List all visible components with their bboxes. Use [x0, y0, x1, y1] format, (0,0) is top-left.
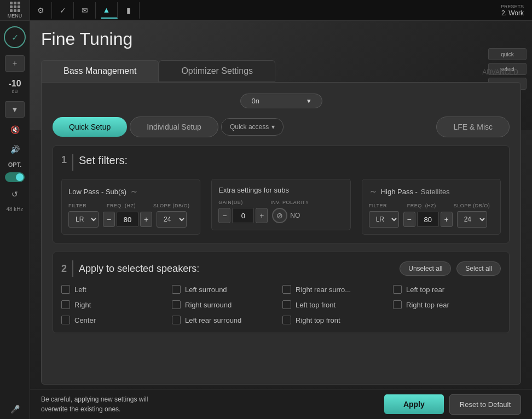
speakers-grid: Left Left surround Right rear surro... L… [61, 285, 501, 324]
hp-freq-label: FREQ. (hz) [407, 203, 446, 208]
low-pass-controls: LR − 80 + 24 [68, 211, 193, 228]
extra-subs-title: Extra settings for subs [218, 186, 343, 194]
top-bar: MENU ⚙ ✓ ✉ ▲ ▮ PRESETS 2. Work [0, 0, 532, 21]
speaker-left: Left [61, 285, 169, 294]
speaker-right-top-rear-checkbox[interactable] [393, 300, 402, 309]
tab-bass-management[interactable]: Bass Management [41, 60, 159, 82]
menu-dots-icon [10, 2, 20, 12]
speaker-right-top-front-label: Right top front [296, 316, 340, 324]
mic-icon[interactable]: 🎤 [10, 405, 20, 414]
speaker-icon[interactable]: 🔊 [5, 142, 25, 157]
mute-icon[interactable]: 🔇 [5, 122, 25, 137]
low-pass-freq-plus[interactable]: + [140, 212, 152, 227]
quick-access-chevron-icon: ▾ [271, 123, 275, 131]
speaker-left-top-rear-checkbox[interactable] [393, 285, 402, 294]
low-pass-title: Low Pass - Sub(s) ～ [68, 186, 193, 197]
reset-button[interactable]: Reset to Default [449, 394, 521, 415]
low-pass-labels: FILTER FREQ. (hz) SLOPE (dB/o) [68, 203, 193, 208]
lfe-misc-button[interactable]: LFE & Misc [436, 117, 510, 137]
speaker-right-rear-surround-label: Right rear surro... [296, 286, 351, 294]
section-1-title: Set filters: [79, 154, 128, 167]
unselect-all-button[interactable]: Unselect all [400, 261, 451, 276]
volume-down-button[interactable]: ▼ [5, 101, 25, 118]
gain-value: 0 [232, 208, 254, 223]
low-pass-filter-select[interactable]: LR [68, 211, 99, 228]
sample-rate: 48 kHz [6, 206, 23, 212]
low-pass-label: Low Pass - Sub(s) [68, 188, 126, 196]
speaker-right-surround: Right surround [172, 300, 280, 309]
individual-setup-button[interactable]: Individual Setup [130, 117, 218, 137]
settings-icon[interactable]: ⚙ [36, 2, 52, 19]
low-pass-slope-select[interactable]: 24 [157, 211, 187, 228]
left-sidebar: ✓ ＋ -10 dB ▼ 🔇 🔊 OPT. ↺ 48 kHz 🎤 [0, 21, 30, 419]
speaker-left-checkbox[interactable] [61, 285, 70, 294]
quick-access-label: Quick access [230, 123, 269, 131]
speaker-right-rear-surround: Right rear surro... [282, 285, 390, 294]
speaker-right: Right [61, 300, 169, 309]
polarity-circle-icon[interactable]: ⊘ [272, 208, 287, 223]
speaker-right-checkbox[interactable] [61, 300, 70, 309]
high-pass-filter-select[interactable]: LR [369, 211, 399, 228]
quick-setup-button[interactable]: Quick Setup [53, 117, 127, 137]
check-icon[interactable]: ✓ [57, 2, 74, 19]
high-pass-freq-plus[interactable]: + [441, 212, 453, 227]
high-pass-labels: FILTER FREQ. (hz) SLOPE (dB/o) [369, 203, 494, 208]
speaker-right-top-front-checkbox[interactable] [282, 316, 291, 324]
on-dropdown[interactable]: 0n ▾ [240, 94, 322, 108]
clock-icon[interactable]: ↺ [5, 187, 25, 202]
high-pass-slope-select[interactable]: 24 [457, 211, 487, 228]
speaker-left-surround-checkbox[interactable] [172, 285, 181, 294]
freq-label: FREQ. (hz) [107, 203, 145, 208]
landscape-icon[interactable]: ▲ [101, 2, 118, 19]
speaker-left-top-front-checkbox[interactable] [282, 300, 291, 309]
extra-subs-controls: − 0 + ⊘ NO [218, 208, 343, 223]
section-2-header: 2 Apply to selected speakers: Unselect a… [61, 260, 501, 277]
section-2-divider [72, 260, 73, 277]
logo-checkmark-icon: ✓ [11, 32, 19, 43]
hp-filter-label: FILTER [369, 203, 399, 208]
gain-minus[interactable]: − [218, 208, 230, 223]
section-1-number: 1 [61, 154, 67, 166]
quick-access-dropdown[interactable]: Quick access ▾ [221, 118, 284, 136]
bottom-bar: Be careful, applying new settings will o… [30, 389, 532, 419]
section-1-header: 1 Set filters: [61, 154, 501, 171]
section-2-title: Apply to selected speakers: [79, 263, 394, 275]
add-button[interactable]: ＋ [5, 55, 25, 72]
filter-icon[interactable]: ▮ [123, 2, 140, 19]
dropdown-chevron-icon: ▾ [307, 97, 311, 105]
high-pass-freq-value: 80 [417, 212, 439, 227]
high-pass-label: High Pass - [381, 188, 418, 196]
volume-unit: dB [11, 89, 18, 94]
dropdown-row: 0n ▾ [53, 94, 510, 108]
mail-icon[interactable]: ✉ [79, 2, 96, 19]
speaker-left-top-front-label: Left top front [296, 301, 336, 309]
section-2-box: 2 Apply to selected speakers: Unselect a… [53, 252, 510, 333]
high-pass-freq-minus[interactable]: − [403, 212, 415, 227]
speaker-right-rear-surround-checkbox[interactable] [282, 285, 291, 294]
tab-optimizer-settings[interactable]: Optimizer Settings [159, 60, 275, 82]
speaker-center-checkbox[interactable] [61, 316, 70, 324]
gain-label: GAIN(dB) [218, 200, 262, 205]
low-pass-freq-value: 80 [117, 212, 138, 227]
low-pass-curve-icon: ～ [130, 186, 138, 197]
high-pass-curve-icon: ～ [369, 186, 378, 197]
high-pass-sub-label: Satellites [421, 188, 450, 196]
speaker-left-rear-surround-checkbox[interactable] [172, 316, 181, 324]
volume-display: -10 dB [8, 79, 21, 94]
opt-toggle[interactable] [5, 172, 25, 182]
speaker-right-top-rear-label: Right top rear [406, 301, 449, 309]
speaker-right-surround-checkbox[interactable] [172, 300, 181, 309]
main-content: quick select name Fine Tuning Bass Manag… [30, 21, 532, 419]
speaker-left-label: Left [74, 286, 86, 294]
high-pass-title: ～ High Pass - Satellites [369, 186, 494, 197]
gain-plus[interactable]: + [256, 208, 268, 223]
extra-subs-label: Extra settings for subs [218, 186, 289, 194]
select-all-button[interactable]: Select all [456, 261, 501, 276]
low-pass-freq-minus[interactable]: − [103, 212, 115, 227]
gain-control: − 0 + [218, 208, 268, 223]
menu-button[interactable]: MENU [0, 0, 30, 20]
speaker-left-top-rear: Left top rear [393, 285, 501, 294]
apply-button[interactable]: Apply [384, 394, 444, 414]
speaker-center-label: Center [74, 316, 96, 324]
inv-polarity-label: INV. POLARITY [270, 200, 309, 205]
